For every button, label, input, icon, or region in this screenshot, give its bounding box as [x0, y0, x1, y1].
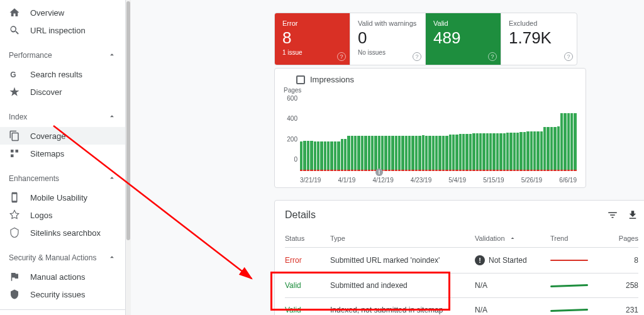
bar: [574, 113, 576, 170]
details-row[interactable]: ErrorSubmitted URL marked 'noindex'!Not …: [285, 247, 638, 273]
details-row[interactable]: ValidSubmitted and indexedN/A258: [285, 273, 638, 297]
help-icon[interactable]: ?: [488, 52, 497, 61]
star-icon: [9, 86, 20, 97]
bar: [469, 134, 472, 170]
bar: [374, 136, 377, 170]
bar: [465, 134, 468, 170]
bar: [449, 135, 452, 170]
bar: [317, 141, 319, 170]
nav-coverage[interactable]: Coverage: [0, 127, 125, 145]
nav-url-inspection[interactable]: URL inspection: [0, 21, 125, 39]
filter-icon[interactable]: [607, 209, 618, 221]
help-icon[interactable]: ?: [413, 52, 421, 61]
bar: [408, 136, 411, 170]
nav-discover[interactable]: Discover: [0, 83, 125, 101]
download-icon[interactable]: [627, 209, 638, 221]
logo-icon: [9, 209, 20, 221]
x-axis: 3/21/194/1/194/12/194/23/195/4/195/15/19…: [300, 170, 577, 184]
nav-search-results[interactable]: GSearch results: [0, 65, 125, 83]
card-excluded[interactable]: Excluded 1.79K ?: [501, 13, 577, 65]
bar: [368, 136, 370, 170]
bar: [327, 141, 330, 170]
bar: [564, 113, 566, 170]
card-error[interactable]: Error 8 1 issue ?: [275, 13, 350, 65]
search-icon: [9, 25, 20, 36]
bar: [395, 136, 397, 170]
not-started-icon: !: [475, 255, 485, 265]
bar: [337, 141, 340, 170]
bar: [492, 133, 495, 170]
bar: [411, 136, 414, 170]
bar: [526, 131, 529, 170]
sidebar: Overview URL inspection Performance GSea…: [0, 0, 126, 315]
main-content: Error 8 1 issue ? Valid with warnings 0 …: [131, 0, 644, 315]
scrollbar[interactable]: [126, 0, 131, 315]
bar: [530, 131, 533, 170]
chart-bars: [300, 95, 577, 170]
bar: [557, 126, 560, 170]
bar: [428, 136, 431, 170]
nav-logos[interactable]: Logos: [0, 206, 125, 224]
details-row[interactable]: ValidIndexed, not submitted in sitemapN/…: [285, 297, 638, 315]
mobile-icon: [9, 192, 20, 203]
nav-security-issues[interactable]: Security issues: [0, 285, 125, 303]
bar: [570, 113, 573, 170]
bar: [499, 133, 502, 170]
bar: [391, 136, 394, 170]
bar: [459, 134, 462, 170]
bar: [519, 132, 522, 170]
bar: [418, 136, 421, 170]
bar: [344, 139, 347, 170]
scrollbar-thumb[interactable]: [126, 1, 130, 240]
chart-panel: Impressions Pages 6004002000 3/21/194/1/…: [274, 68, 586, 188]
nav-sitemaps[interactable]: Sitemaps: [0, 145, 125, 162]
card-warning[interactable]: Valid with warnings 0 No issues ?: [350, 13, 426, 65]
section-security[interactable]: Security & Manual Actions: [0, 248, 125, 268]
bar: [503, 133, 506, 170]
nav-manual-actions[interactable]: Manual actions: [0, 268, 125, 285]
bar: [300, 141, 303, 170]
bar: [357, 136, 360, 170]
checkbox-icon[interactable]: [296, 75, 305, 84]
section-performance[interactable]: Performance: [0, 45, 125, 65]
searchbox-icon: [9, 227, 20, 238]
nav-sitelinks-searchbox[interactable]: Sitelinks searchbox: [0, 224, 125, 241]
chart-marker-icon[interactable]: !: [375, 169, 383, 176]
nav-overview[interactable]: Overview: [0, 4, 125, 21]
bar: [445, 136, 448, 170]
bar: [330, 141, 333, 170]
bar: [432, 136, 435, 170]
help-icon[interactable]: ?: [564, 52, 573, 61]
bar: [560, 113, 563, 170]
bar: [371, 136, 374, 170]
chevron-up-icon: [108, 112, 116, 123]
bar: [543, 127, 546, 170]
nav-mobile-usability[interactable]: Mobile Usability: [0, 189, 125, 206]
bar: [462, 134, 465, 170]
bar: [364, 136, 367, 170]
section-index[interactable]: Index: [0, 107, 125, 127]
bar: [378, 136, 380, 170]
bar: [324, 141, 326, 170]
bar: [506, 133, 509, 170]
bar: [550, 127, 553, 170]
bar: [509, 133, 512, 170]
sitemap-icon: [9, 148, 20, 159]
shield-icon: [9, 289, 20, 300]
status-cards: Error 8 1 issue ? Valid with warnings 0 …: [274, 13, 577, 65]
bar: [496, 133, 499, 170]
bar: [438, 136, 441, 170]
bar: [334, 141, 336, 170]
bar: [310, 141, 313, 170]
bar: [401, 136, 404, 170]
help-icon[interactable]: ?: [337, 52, 346, 61]
bar: [455, 135, 458, 170]
bar: [516, 133, 519, 170]
section-enhancements[interactable]: Enhancements: [0, 169, 125, 189]
bar: [513, 133, 516, 170]
bar: [351, 136, 353, 170]
flag-icon: [9, 271, 20, 282]
google-icon: G: [9, 69, 20, 80]
card-valid[interactable]: Valid 489 ?: [426, 13, 501, 65]
impressions-toggle[interactable]: Impressions: [296, 75, 577, 84]
